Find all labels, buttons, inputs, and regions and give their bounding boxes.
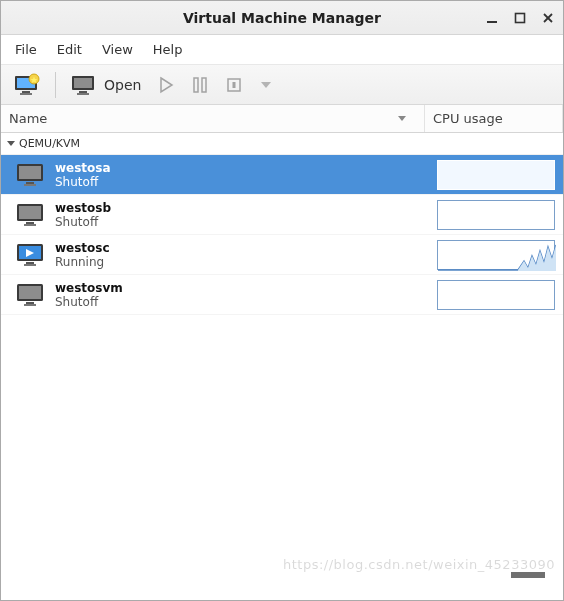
- svg-rect-31: [24, 264, 36, 266]
- vm-name: westosb: [55, 201, 409, 215]
- column-header-name[interactable]: Name: [1, 105, 425, 132]
- svg-rect-15: [202, 78, 206, 92]
- svg-rect-22: [24, 184, 36, 186]
- stop-icon: [225, 76, 243, 94]
- maximize-button[interactable]: [513, 11, 527, 25]
- vm-labels: westosc Running: [49, 241, 409, 269]
- vm-name: westosvm: [55, 281, 409, 295]
- toolbar-separator: [55, 72, 56, 98]
- app-window: Virtual Machine Manager File Edit View H…: [0, 0, 564, 601]
- shutdown-button[interactable]: [219, 70, 249, 100]
- column-header-cpu-label: CPU usage: [433, 111, 503, 126]
- menu-help[interactable]: Help: [143, 38, 193, 61]
- vm-name: westosa: [55, 161, 409, 175]
- menu-view[interactable]: View: [92, 38, 143, 61]
- open-console-button[interactable]: Open: [64, 70, 147, 100]
- vm-status-icon: [13, 201, 49, 229]
- vm-state: Shutoff: [55, 295, 409, 309]
- vm-cpu-cell: [409, 236, 563, 274]
- pause-button[interactable]: [185, 70, 215, 100]
- vm-name: westosc: [55, 241, 409, 255]
- close-button[interactable]: [541, 11, 555, 25]
- expander-icon: [7, 141, 15, 146]
- play-icon: [157, 76, 175, 94]
- vm-row[interactable]: westosvm Shutoff: [1, 275, 563, 315]
- svg-rect-11: [79, 91, 87, 93]
- bottom-shadow: [511, 572, 545, 578]
- vm-list: QEMU/KVM westosa Shutoff westosb Shutoff: [1, 133, 563, 600]
- vm-row[interactable]: westosc Running: [1, 235, 563, 275]
- svg-rect-17: [233, 82, 236, 88]
- svg-rect-24: [19, 206, 41, 219]
- cpu-sparkline: [437, 200, 555, 230]
- vm-state: Shutoff: [55, 215, 409, 229]
- vm-labels: westosvm Shutoff: [49, 281, 409, 309]
- cpu-sparkline: [437, 160, 555, 190]
- svg-rect-6: [22, 91, 30, 93]
- vm-state: Shutoff: [55, 175, 409, 189]
- column-header-cpu[interactable]: CPU usage: [425, 105, 563, 132]
- svg-rect-30: [26, 262, 34, 264]
- svg-rect-35: [24, 304, 36, 306]
- menubar: File Edit View Help: [1, 35, 563, 65]
- svg-rect-21: [26, 182, 34, 184]
- vm-row[interactable]: westosa Shutoff: [1, 155, 563, 195]
- titlebar: Virtual Machine Manager: [1, 1, 563, 35]
- menu-file[interactable]: File: [5, 38, 47, 61]
- svg-rect-12: [77, 93, 89, 95]
- vm-labels: westosb Shutoff: [49, 201, 409, 229]
- menu-edit[interactable]: Edit: [47, 38, 92, 61]
- svg-rect-7: [20, 93, 32, 95]
- vm-state: Running: [55, 255, 409, 269]
- cpu-sparkline: [437, 280, 555, 310]
- monitor-new-icon: [13, 73, 41, 97]
- svg-rect-1: [516, 13, 525, 22]
- window-controls: [485, 1, 555, 34]
- chevron-down-icon: [259, 78, 273, 92]
- svg-marker-13: [161, 78, 172, 92]
- vm-row[interactable]: westosb Shutoff: [1, 195, 563, 235]
- toolbar: Open: [1, 65, 563, 105]
- column-headers: Name CPU usage: [1, 105, 563, 133]
- svg-rect-20: [19, 166, 41, 179]
- monitor-icon: [70, 73, 98, 97]
- run-button[interactable]: [151, 70, 181, 100]
- shutdown-menu-button[interactable]: [253, 70, 279, 100]
- vm-cpu-cell: [409, 276, 563, 314]
- column-header-name-label: Name: [9, 111, 47, 126]
- sort-indicator-icon: [398, 116, 406, 121]
- svg-rect-34: [26, 302, 34, 304]
- new-vm-button[interactable]: [7, 70, 47, 100]
- svg-rect-26: [24, 224, 36, 226]
- connection-label: QEMU/KVM: [19, 137, 80, 150]
- pause-icon: [191, 76, 209, 94]
- svg-rect-25: [26, 222, 34, 224]
- vm-cpu-cell: [409, 196, 563, 234]
- vm-status-icon: [13, 281, 49, 309]
- svg-rect-14: [194, 78, 198, 92]
- vm-status-icon: [13, 241, 49, 269]
- svg-rect-33: [19, 286, 41, 299]
- connection-row[interactable]: QEMU/KVM: [1, 133, 563, 155]
- svg-rect-0: [487, 21, 497, 23]
- svg-marker-18: [261, 82, 271, 88]
- window-title: Virtual Machine Manager: [183, 10, 381, 26]
- open-console-label: Open: [104, 77, 141, 93]
- svg-rect-10: [74, 78, 92, 88]
- cpu-sparkline: [437, 240, 555, 270]
- vm-status-icon: [13, 161, 49, 189]
- vm-cpu-cell: [409, 156, 563, 194]
- minimize-button[interactable]: [485, 11, 499, 25]
- vm-labels: westosa Shutoff: [49, 161, 409, 189]
